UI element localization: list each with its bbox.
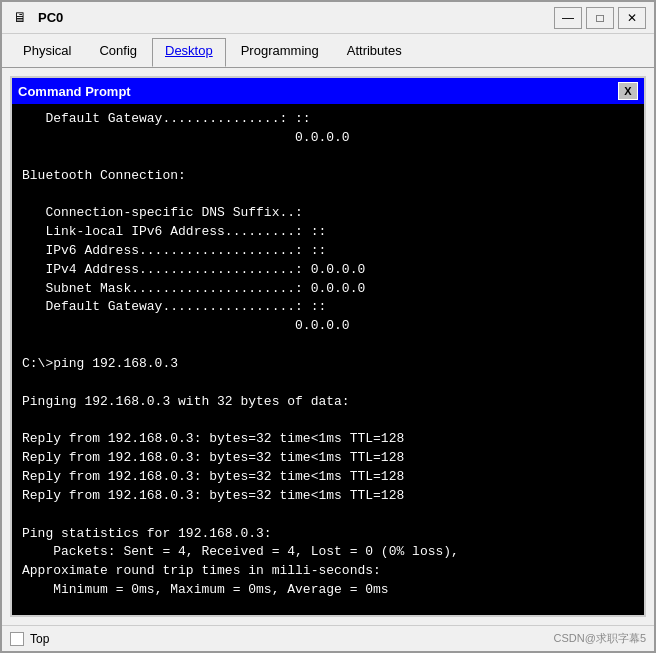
title-bar-controls: — □ ✕ (554, 7, 646, 29)
top-label: Top (30, 632, 49, 646)
cmd-title-text: Command Prompt (18, 84, 131, 99)
tab-programming[interactable]: Programming (228, 38, 332, 67)
minimize-button[interactable]: — (554, 7, 582, 29)
close-window-button[interactable]: ✕ (618, 7, 646, 29)
tab-bar: Physical Config Desktop Programming Attr… (2, 34, 654, 68)
status-left: Top (10, 632, 49, 646)
top-checkbox[interactable] (10, 632, 24, 646)
command-prompt-window: Command Prompt X Default Gateway........… (10, 76, 646, 617)
status-bar: Top CSDN@求职字幕5 (2, 625, 654, 651)
tab-physical[interactable]: Physical (10, 38, 84, 67)
tab-attributes[interactable]: Attributes (334, 38, 415, 67)
watermark: CSDN@求职字幕5 (554, 631, 646, 646)
tab-config[interactable]: Config (86, 38, 150, 67)
main-window: 🖥 PC0 — □ ✕ Physical Config Desktop Prog… (0, 0, 656, 653)
content-area: Command Prompt X Default Gateway........… (2, 68, 654, 625)
window-title: PC0 (38, 10, 546, 25)
terminal-output: Default Gateway...............: :: 0.0.0… (22, 110, 634, 615)
maximize-button[interactable]: □ (586, 7, 614, 29)
window-icon: 🖥 (10, 8, 30, 28)
tab-desktop[interactable]: Desktop (152, 38, 226, 67)
cmd-title-bar: Command Prompt X (12, 78, 644, 104)
cmd-body[interactable]: Default Gateway...............: :: 0.0.0… (12, 104, 644, 615)
cmd-close-button[interactable]: X (618, 82, 638, 100)
title-bar: 🖥 PC0 — □ ✕ (2, 2, 654, 34)
